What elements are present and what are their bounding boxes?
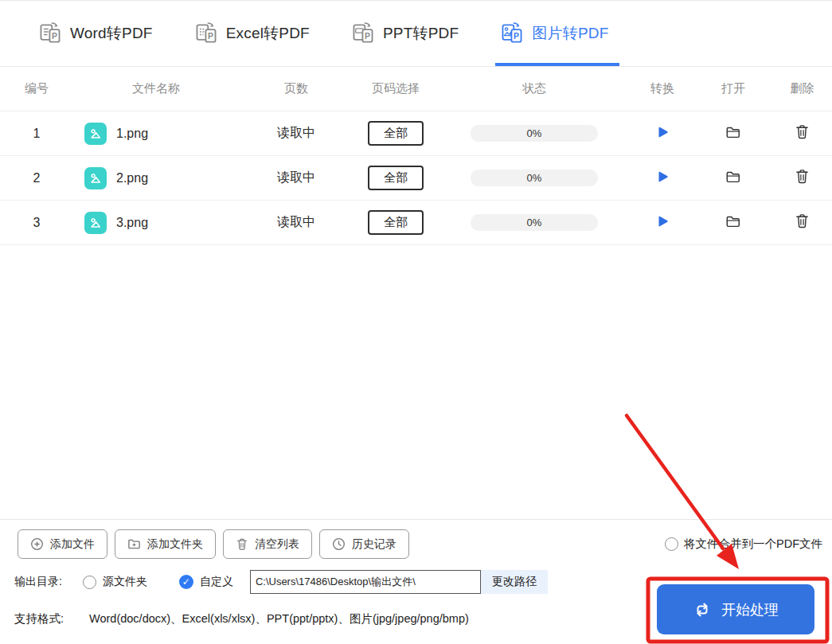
- add-file-button[interactable]: 添加文件: [18, 529, 107, 559]
- row-index: 3: [0, 216, 73, 230]
- progress-value: 0%: [527, 172, 542, 184]
- add-file-label: 添加文件: [50, 537, 95, 552]
- table-row: 3 3.png 读取中 全部 0%: [0, 201, 832, 245]
- excel-to-pdf-icon: P: [194, 20, 218, 47]
- progress-value: 0%: [527, 127, 542, 139]
- repeat-loop-icon: [693, 600, 712, 619]
- word-to-pdf-icon: P: [38, 20, 62, 47]
- source-folder-radio[interactable]: [83, 576, 96, 589]
- open-folder-button[interactable]: [725, 213, 742, 229]
- col-header-filename: 文件名称: [73, 81, 239, 96]
- filename: 2.png: [116, 171, 148, 185]
- tab-label: Excel转PDF: [226, 23, 310, 44]
- tab-excel-to-pdf[interactable]: P Excel转PDF: [194, 1, 310, 66]
- output-path-input[interactable]: [250, 570, 481, 594]
- progress-bar: 0%: [471, 214, 598, 231]
- page-select-button[interactable]: 全部: [368, 166, 424, 190]
- image-to-pdf-icon: P: [500, 20, 524, 47]
- open-folder-button[interactable]: [725, 124, 742, 140]
- start-processing-button[interactable]: 开始处理: [657, 584, 814, 634]
- col-header-index: 编号: [0, 81, 73, 96]
- svg-text:P: P: [514, 32, 519, 41]
- col-header-convert: 转换: [631, 81, 694, 96]
- table-row: 2 2.png 读取中 全部 0%: [0, 156, 832, 201]
- custom-folder-option[interactable]: ✓ 自定义: [179, 575, 233, 589]
- folder-plus-icon: [127, 537, 141, 551]
- custom-folder-radio-checked[interactable]: ✓: [179, 575, 193, 589]
- row-index: 1: [0, 127, 73, 141]
- svg-text:P: P: [52, 32, 57, 41]
- merge-radio[interactable]: [665, 537, 678, 551]
- change-path-button[interactable]: 更改路径: [481, 570, 548, 594]
- progress-value: 0%: [527, 217, 542, 228]
- col-header-pages: 页数: [239, 81, 354, 96]
- supported-formats-label: 支持格式:: [14, 611, 64, 626]
- tab-label: Word转PDF: [70, 23, 153, 44]
- history-label: 历史记录: [352, 537, 396, 552]
- pages-status: 读取中: [239, 170, 354, 186]
- file-list: 1 1.png 读取中 全部 0% 2: [0, 111, 832, 245]
- clear-list-button[interactable]: 清空列表: [223, 529, 312, 559]
- tab-image-to-pdf[interactable]: P 图片转PDF: [500, 1, 608, 66]
- page-select-button[interactable]: 全部: [368, 210, 424, 235]
- progress-bar: 0%: [471, 170, 598, 186]
- history-button[interactable]: 历史记录: [319, 529, 409, 559]
- delete-button[interactable]: [795, 213, 810, 229]
- convert-button[interactable]: [655, 214, 670, 228]
- filename: 1.png: [116, 127, 148, 141]
- output-directory-label: 输出目录:: [14, 575, 62, 589]
- table-row: 1 1.png 读取中 全部 0%: [0, 111, 832, 156]
- svg-text:P: P: [365, 32, 370, 41]
- start-processing-label: 开始处理: [721, 600, 779, 619]
- image-file-icon: [84, 212, 107, 234]
- ppt-to-pdf-icon: P: [351, 20, 375, 47]
- table-header: 编号 文件名称 页数 页码选择 状态 转换 打开 删除: [0, 67, 832, 111]
- supported-formats-value: Word(doc/docx)、Excel(xls/xlsx)、PPT(ppt/p…: [89, 611, 469, 626]
- image-file-icon: [84, 123, 107, 145]
- row-index: 2: [0, 171, 73, 185]
- merge-option-label: 将文件合并到一个PDF文件: [684, 537, 822, 552]
- tab-word-to-pdf[interactable]: P Word转PDF: [38, 1, 153, 66]
- page-select-button[interactable]: 全部: [368, 121, 424, 146]
- col-header-page-select: 页码选择: [354, 81, 438, 96]
- svg-text:P: P: [208, 32, 213, 41]
- open-folder-button[interactable]: [725, 169, 742, 185]
- tab-label: 图片转PDF: [532, 23, 608, 44]
- source-folder-label: 源文件夹: [103, 575, 147, 589]
- col-header-delete: 删除: [772, 81, 832, 96]
- custom-folder-label: 自定义: [200, 575, 233, 589]
- add-folder-label: 添加文件夹: [147, 537, 203, 552]
- add-folder-button[interactable]: 添加文件夹: [115, 529, 216, 559]
- circle-plus-icon: [30, 537, 44, 551]
- progress-bar: 0%: [471, 125, 598, 142]
- delete-button[interactable]: [795, 168, 810, 185]
- col-header-status: 状态: [438, 81, 631, 96]
- trash-icon: [236, 537, 248, 551]
- filename: 3.png: [116, 216, 148, 230]
- tab-ppt-to-pdf[interactable]: P PPT转PDF: [351, 1, 459, 66]
- convert-button[interactable]: [655, 125, 670, 139]
- clock-icon: [332, 537, 346, 551]
- pages-status: 读取中: [239, 214, 354, 231]
- source-folder-option[interactable]: 源文件夹: [83, 575, 147, 589]
- app-window: P Word转PDF P Excel转PDF: [0, 0, 832, 644]
- actions-row: 添加文件 添加文件夹 清空列表 历史记录: [0, 520, 832, 559]
- image-file-icon: [84, 167, 107, 189]
- pages-status: 读取中: [239, 125, 354, 142]
- delete-button[interactable]: [795, 123, 810, 140]
- clear-list-label: 清空列表: [255, 537, 299, 552]
- col-header-open: 打开: [694, 81, 772, 96]
- merge-to-one-pdf-option[interactable]: 将文件合并到一个PDF文件: [665, 537, 824, 552]
- tab-bar: P Word转PDF P Excel转PDF: [0, 1, 832, 67]
- convert-button[interactable]: [655, 170, 670, 184]
- tab-label: PPT转PDF: [383, 23, 459, 44]
